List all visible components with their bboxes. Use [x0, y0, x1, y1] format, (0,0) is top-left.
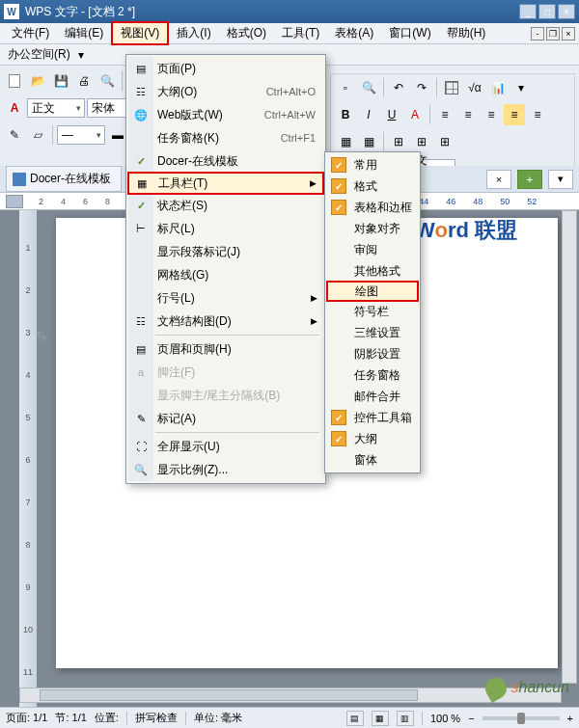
bold-icon[interactable]: B [335, 104, 356, 125]
view-menu-item[interactable]: ⊢标尺(L) [128, 217, 323, 240]
style-combo[interactable]: 正文 [27, 98, 85, 118]
open-icon[interactable]: 📂 [27, 70, 48, 92]
view-menu-item[interactable]: 显示段落标记(J) [128, 240, 323, 263]
formula-icon[interactable]: √α [464, 77, 485, 98]
eraser-icon[interactable]: ▱ [27, 124, 48, 146]
preview-icon[interactable]: 🔍 [96, 70, 118, 92]
menu-file[interactable]: 文件(F) [4, 23, 57, 43]
menu-item-label: 标记(A) [157, 411, 323, 427]
toolbar-submenu-item[interactable]: 符号栏 [327, 301, 418, 322]
align-justify-icon[interactable]: ≡ [504, 104, 525, 125]
redo-icon[interactable]: ↷ [411, 77, 432, 98]
line-weight-combo[interactable]: — [57, 125, 105, 145]
view-menu-item[interactable]: 网格线(G) [128, 263, 323, 286]
zoom-in-button[interactable]: + [567, 713, 573, 724]
toolbar-submenu-item[interactable]: 审阅 [327, 239, 418, 260]
status-spellcheck[interactable]: 拼写检查 [135, 711, 178, 725]
find-icon[interactable]: 🔍 [358, 77, 379, 98]
toolbar-submenu-item[interactable]: 阴影设置 [327, 343, 418, 364]
save-icon[interactable]: 💾 [50, 70, 71, 92]
font-color-icon[interactable]: A [404, 104, 426, 125]
view-menu-item[interactable]: 🌐Web版式(W)Ctrl+Alt+W [128, 103, 323, 126]
more-icon[interactable]: ▾ [510, 77, 532, 98]
view-menu-item[interactable]: 任务窗格(K)Ctrl+F1 [128, 126, 323, 149]
toolbar-submenu-item[interactable]: 绘图 [326, 281, 419, 302]
indent-marker-icon[interactable] [6, 195, 23, 208]
menu-table[interactable]: 表格(A) [327, 23, 381, 43]
dropdown-icon[interactable]: ▾ [78, 48, 92, 62]
doc-minimize-button[interactable]: - [531, 27, 544, 40]
toolbar-btn[interactable]: ▫ [335, 77, 356, 98]
view-menu-item[interactable]: ⛶全屏显示(U) [128, 435, 323, 458]
workspace-label[interactable]: 办公空间(R) [8, 46, 70, 63]
view-menu-item[interactable]: ✎标记(A) [128, 407, 323, 430]
menu-window[interactable]: 窗口(W) [381, 23, 438, 43]
view-web-button[interactable]: ▥ [397, 711, 414, 726]
tab-menu-button[interactable]: ▾ [548, 170, 573, 189]
vertical-ruler[interactable]: 123456789101112 [19, 210, 37, 707]
toolbar-submenu-item[interactable]: ✓常用 [327, 154, 418, 175]
menu-view[interactable]: 视图(V) [111, 21, 169, 45]
menu-insert[interactable]: 插入(I) [169, 23, 218, 43]
toolbar-submenu-item[interactable]: 三维设置 [327, 322, 418, 343]
align-center-icon[interactable]: ≡ [457, 104, 479, 125]
align-distribute-icon[interactable]: ≡ [527, 104, 548, 125]
toolbar-submenu-item[interactable]: 其他格式 [327, 260, 418, 282]
cell-align-icon[interactable]: ⊞ [388, 131, 409, 152]
insert-here-icon[interactable]: ¶▸ [37, 330, 52, 345]
view-menu-item[interactable]: ▦工具栏(T)▶ [127, 172, 324, 195]
document-tab[interactable]: Docer-在线模板 [6, 166, 122, 192]
view-menu-item[interactable]: 🔍显示比例(Z)... [128, 458, 323, 481]
toolbar-submenu-item[interactable]: ✓控件工具箱 [327, 407, 418, 428]
doc-close-button[interactable]: × [562, 27, 575, 40]
menu-tools[interactable]: 工具(T) [274, 23, 327, 43]
undo-icon[interactable]: ↶ [388, 77, 409, 98]
split-icon[interactable]: ▦ [358, 131, 379, 152]
merge-icon[interactable]: ▦ [335, 131, 356, 152]
toolbar-submenu-item[interactable]: ✓表格和边框 [327, 197, 418, 218]
distribute-cols-icon[interactable]: ⊞ [434, 131, 455, 152]
toolbar-submenu-item[interactable]: ✓格式 [327, 175, 418, 197]
toolbar-submenu-item[interactable]: ✓大纲 [327, 428, 418, 449]
style-a-icon[interactable]: A [4, 97, 25, 119]
zoom-slider[interactable] [482, 716, 560, 720]
toolbar-submenu-item[interactable]: 任务窗格 [327, 364, 418, 386]
table-draw-icon[interactable]: ✎ [4, 124, 25, 146]
chart-icon[interactable]: 📊 [487, 77, 509, 98]
minimize-button[interactable]: _ [519, 4, 537, 19]
view-menu-item[interactable]: ▤页眉和页脚(H) [128, 337, 323, 361]
view-menu-item[interactable]: ☷大纲(O)Ctrl+Alt+O [128, 80, 323, 103]
view-menu-item[interactable]: ✓Docer-在线模板 [128, 149, 323, 173]
print-icon[interactable]: 🖨 [73, 70, 95, 92]
align-left-icon[interactable]: ≡ [434, 104, 455, 125]
distribute-rows-icon[interactable]: ⊞ [411, 131, 432, 152]
toolbar-submenu-item[interactable]: 窗体 [327, 449, 418, 471]
menu-item-label: 状态栏(S) [157, 198, 323, 214]
zoom-out-button[interactable]: − [468, 713, 474, 724]
menu-edit[interactable]: 编辑(E) [57, 23, 111, 43]
zoom-value[interactable]: 100 % [430, 713, 460, 724]
menu-help[interactable]: 帮助(H) [439, 23, 494, 43]
toolbar-submenu-item[interactable]: 邮件合并 [327, 386, 418, 407]
view-menu-item[interactable]: 行号(L)▶ [128, 286, 323, 310]
doc-restore-button[interactable]: ❐ [546, 27, 560, 40]
close-button[interactable]: × [558, 4, 575, 19]
italic-icon[interactable]: I [358, 104, 379, 125]
align-right-icon[interactable]: ≡ [481, 104, 502, 125]
view-page-button[interactable]: ▤ [346, 711, 364, 726]
toolbar-submenu-item[interactable]: 对象对齐 [327, 218, 418, 239]
new-doc-icon[interactable] [4, 70, 25, 92]
view-menu-item[interactable]: ✓状态栏(S) [128, 194, 323, 217]
horizontal-scrollbar[interactable] [19, 688, 562, 703]
tab-label: Docer-在线模板 [30, 171, 111, 187]
tab-close-button[interactable]: × [486, 170, 511, 189]
insert-table-icon[interactable] [441, 77, 462, 98]
maximize-button[interactable]: □ [538, 4, 556, 19]
vertical-scrollbar[interactable] [562, 210, 577, 684]
tab-new-button[interactable]: + [517, 170, 542, 189]
view-outline-button[interactable]: ▦ [372, 711, 389, 726]
view-menu-item[interactable]: ▤页面(P) [128, 57, 323, 80]
menu-format[interactable]: 格式(O) [219, 23, 274, 43]
view-menu-item[interactable]: ☷文档结构图(D)▶ [128, 310, 323, 333]
underline-icon[interactable]: U [381, 104, 402, 125]
